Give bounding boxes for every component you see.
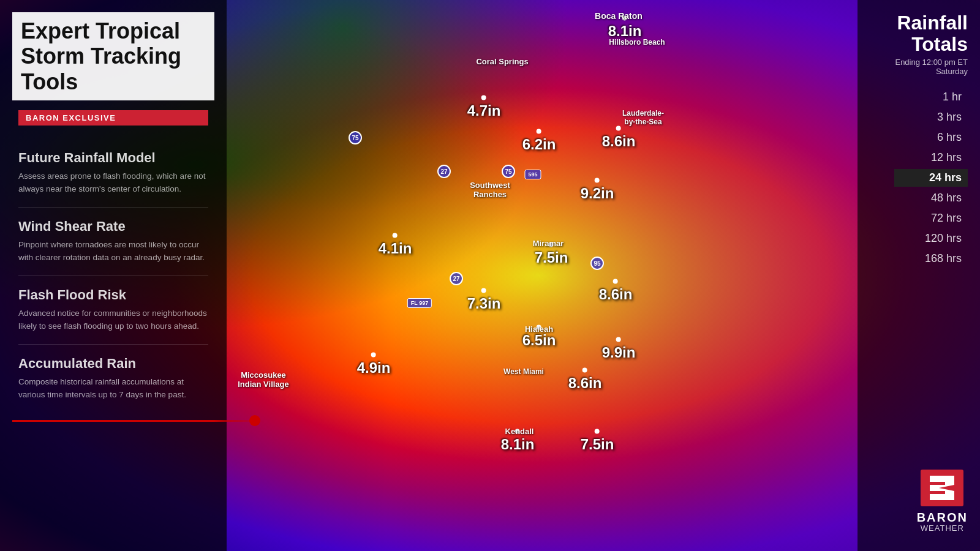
- baron-badge: BARON EXCLUSIVE: [18, 110, 208, 126]
- city-label-kendall: Kendall: [505, 427, 534, 436]
- baron-logo-name: BARON: [917, 511, 968, 523]
- rain-label-5: 4.1in: [379, 233, 412, 257]
- right-panel: Rainfall Totals Ending 12:00 pm ET Satur…: [858, 0, 980, 551]
- rain-label-1: 4.7in: [467, 96, 501, 119]
- time-option-48hrs[interactable]: 48 hrs: [894, 189, 968, 207]
- city-label-hillsboro: Hillsboro Beach: [609, 38, 665, 47]
- rainfall-subtitle: Ending 12:00 pm ET Saturday: [870, 58, 968, 76]
- baron-logo-sub: WEATHER: [917, 523, 968, 533]
- rain-label-7: 7.3in: [467, 288, 501, 312]
- rain-label-11: 4.9in: [357, 353, 391, 377]
- feature-title-2: Wind Shear Rate: [18, 219, 208, 234]
- feature-wind-shear: Wind Shear Rate Pinpoint where tornadoes…: [18, 208, 208, 276]
- rain-label-14: 7.5in: [581, 429, 614, 453]
- city-label-boca-raton: Boca Raton: [595, 11, 643, 21]
- city-label-0: Coral Springs: [476, 57, 528, 66]
- feature-flash-flood: Flash Flood Risk Advanced notice for com…: [18, 276, 208, 345]
- baron-logo-icon: [921, 470, 963, 506]
- rain-label-10: 9.9in: [602, 337, 636, 361]
- city-label-miramar: Miramar: [533, 239, 564, 248]
- city-label-lauderdale: Lauderdale-by-the-Sea: [622, 109, 664, 126]
- svg-rect-0: [921, 470, 963, 506]
- rainfall-title: Rainfall Totals: [870, 12, 968, 55]
- rain-label-3: 8.6in: [602, 126, 636, 150]
- left-panel: Expert Tropical Storm Tracking Tools BAR…: [0, 0, 227, 551]
- feature-future-rainfall: Future Rainfall Model Assess areas prone…: [18, 139, 208, 208]
- time-option-1hr[interactable]: 1 hr: [894, 88, 968, 106]
- main-title: Expert Tropical Storm Tracking Tools: [12, 12, 214, 100]
- rain-label-4: 9.2in: [581, 178, 614, 202]
- time-option-12hrs[interactable]: 12 hrs: [894, 149, 968, 167]
- time-option-168hrs[interactable]: 168 hrs: [894, 250, 968, 268]
- time-option-120hrs[interactable]: 120 hrs: [894, 230, 968, 247]
- time-options-list: 1 hr3 hrs6 hrs12 hrs24 hrs48 hrs72 hrs12…: [870, 88, 968, 268]
- feature-title-3: Flash Flood Risk: [18, 287, 208, 303]
- road-marker-4: 27: [450, 272, 463, 285]
- city-label-hialeah: Hialeah: [525, 324, 553, 334]
- feature-desc-3: Advanced notice for communities or neigh…: [18, 307, 208, 333]
- rain-label-2: 6.2in: [522, 129, 556, 153]
- time-option-72hrs[interactable]: 72 hrs: [894, 209, 968, 227]
- road-marker-5: FL 997: [407, 298, 432, 308]
- rain-label-12: 8.6in: [568, 368, 602, 392]
- feature-accumulated-rain: Accumulated Rain Composite historical ra…: [18, 345, 208, 433]
- feature-desc-4: Composite historical rainfall accumulati…: [18, 376, 208, 402]
- road-marker-2: 27: [437, 165, 451, 178]
- rain-label-8: 8.6in: [599, 279, 633, 303]
- time-option-24hrs[interactable]: 24 hrs: [894, 169, 968, 187]
- baron-logo: BARON WEATHER: [917, 470, 968, 533]
- city-label-west-miami: West Miami: [503, 367, 544, 376]
- road-marker-0: 75: [349, 131, 362, 144]
- feature-desc-2: Pinpoint where tornadoes are most likely…: [18, 239, 208, 264]
- city-label-2: Miccosukee Indian Village: [238, 370, 289, 389]
- city-label-1: Southwest Ranches: [470, 181, 510, 199]
- feature-desc-1: Assess areas prone to flash flooding, wh…: [18, 170, 208, 196]
- road-marker-3: 595: [524, 170, 541, 179]
- time-option-6hrs[interactable]: 6 hrs: [894, 129, 968, 146]
- road-marker-1: 75: [502, 165, 515, 178]
- road-marker-6: 95: [590, 257, 604, 270]
- feature-title-4: Accumulated Rain: [18, 356, 208, 372]
- feature-title-1: Future Rainfall Model: [18, 150, 208, 166]
- time-option-3hrs[interactable]: 3 hrs: [894, 108, 968, 126]
